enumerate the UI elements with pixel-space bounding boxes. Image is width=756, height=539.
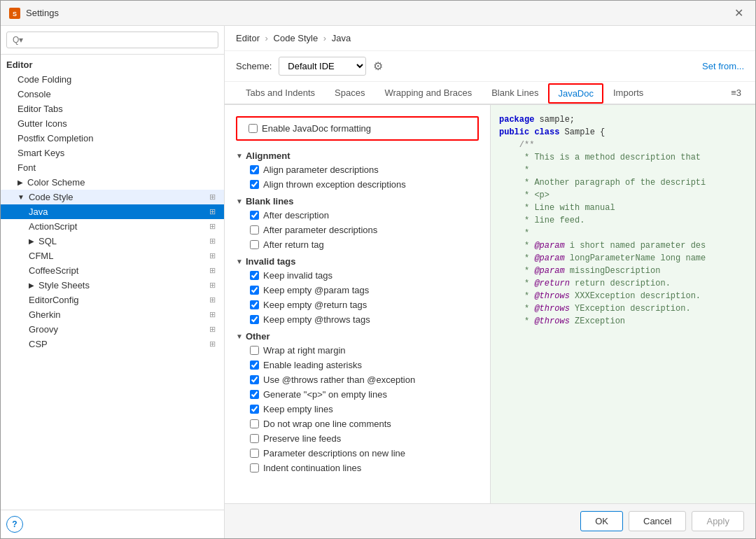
- after-return-label[interactable]: After return tag: [263, 239, 324, 250]
- ok-button[interactable]: OK: [580, 511, 623, 531]
- align-throws-label[interactable]: Align thrown exception descriptions: [263, 179, 406, 190]
- cancel-button[interactable]: Cancel: [629, 511, 686, 531]
- app-icon: S: [9, 8, 20, 19]
- no-wrap-one-line-checkbox[interactable]: [250, 419, 259, 428]
- color-scheme-label: Color Scheme: [27, 177, 85, 188]
- preview-line-18: * @throws ZException: [499, 315, 747, 328]
- gear-icon[interactable]: ⚙: [373, 59, 383, 73]
- indent-cont-label[interactable]: Indent continuation lines: [263, 463, 361, 473]
- editor-label: Editor: [6, 59, 33, 70]
- tab-spaces[interactable]: Spaces: [325, 82, 374, 105]
- tab-tabs-indents[interactable]: Tabs and Indents: [236, 82, 325, 105]
- close-button[interactable]: ✕: [730, 5, 747, 22]
- enable-asterisks-checkbox[interactable]: [250, 360, 259, 370]
- more-tabs[interactable]: ≡3: [728, 82, 744, 104]
- sidebar-item-editor-tabs[interactable]: Editor Tabs: [1, 102, 224, 116]
- use-throws-checkbox[interactable]: [250, 375, 259, 384]
- breadcrumb-sep1: ›: [265, 33, 271, 43]
- preview-line-9: * Line with manual: [499, 202, 747, 214]
- align-throws-checkbox[interactable]: [250, 180, 259, 189]
- help-button[interactable]: ?: [6, 516, 23, 533]
- generate-p-checkbox[interactable]: [250, 390, 259, 399]
- generate-p-label[interactable]: Generate "<p>" on empty lines: [263, 389, 387, 400]
- align-param-checkbox[interactable]: [250, 165, 259, 174]
- sidebar-item-csp[interactable]: CSP ⊞: [1, 337, 224, 351]
- breadcrumb-editor: Editor: [236, 33, 260, 43]
- after-param-label[interactable]: After parameter descriptions: [263, 225, 377, 235]
- sidebar: Editor Code Folding Console Editor Tabs …: [1, 26, 225, 538]
- keep-empty-return-label[interactable]: Keep empty @return tags: [263, 300, 367, 310]
- sidebar-item-console[interactable]: Console: [1, 87, 224, 102]
- sidebar-item-font[interactable]: Font: [1, 160, 224, 175]
- scheme-label: Scheme:: [236, 61, 272, 71]
- editorconfig-copy-icon: ⊞: [209, 295, 216, 304]
- sidebar-item-code-style[interactable]: ▼ Code Style ⊞: [1, 190, 224, 204]
- set-from-link[interactable]: Set from...: [702, 61, 744, 71]
- keep-empty-return-checkbox[interactable]: [250, 300, 259, 309]
- keep-empty-lines-label[interactable]: Keep empty lines: [263, 404, 333, 414]
- no-wrap-one-line-label[interactable]: Do not wrap one line comments: [263, 419, 391, 429]
- sidebar-item-editor[interactable]: Editor: [1, 57, 224, 72]
- tab-javadoc[interactable]: JavaDoc: [548, 83, 603, 104]
- align-param-label[interactable]: Align parameter descriptions: [263, 164, 379, 175]
- other-label: Other: [246, 331, 270, 342]
- after-param-checkbox[interactable]: [250, 225, 259, 234]
- keep-empty-param-checkbox[interactable]: [250, 286, 259, 295]
- scheme-select[interactable]: Default IDE: [279, 57, 366, 76]
- preview-line-7: * Another paragraph of the descripti: [499, 176, 747, 189]
- sidebar-item-groovy[interactable]: Groovy ⊞: [1, 322, 224, 337]
- keep-empty-throws-checkbox[interactable]: [250, 315, 259, 324]
- sidebar-item-postfix[interactable]: Postfix Completion: [1, 131, 224, 146]
- sidebar-item-gherkin[interactable]: Gherkin ⊞: [1, 307, 224, 322]
- sidebar-item-cfml[interactable]: CFML ⊞: [1, 248, 224, 263]
- wrap-right-label[interactable]: Wrap at right margin: [263, 345, 346, 356]
- enable-javadoc-checkbox[interactable]: [248, 124, 258, 133]
- apply-button[interactable]: Apply: [692, 511, 744, 531]
- sidebar-item-color-scheme[interactable]: ▶ Color Scheme: [1, 175, 224, 190]
- after-desc-checkbox[interactable]: [250, 211, 259, 220]
- enable-javadoc-label[interactable]: Enable JavaDoc formatting: [262, 123, 371, 134]
- preview-line-5: * This is a method description that: [499, 151, 747, 164]
- keep-empty-throws-label[interactable]: Keep empty @throws tags: [263, 314, 370, 325]
- preserve-feeds-label[interactable]: Preserve line feeds: [263, 433, 341, 444]
- sidebar-item-gutter-icons[interactable]: Gutter Icons: [1, 116, 224, 131]
- preview-line-10: * line feed.: [499, 214, 747, 227]
- tab-wrapping[interactable]: Wrapping and Braces: [374, 82, 482, 105]
- align-throws-item: Align thrown exception descriptions: [225, 177, 490, 192]
- invalid-tags-label: Invalid tags: [246, 256, 296, 267]
- param-new-line-label[interactable]: Parameter descriptions on new line: [263, 448, 405, 458]
- sidebar-item-smart-keys[interactable]: Smart Keys: [1, 146, 224, 160]
- java-copy-icon: ⊞: [209, 207, 216, 216]
- preview-line-16: * @throws XXXException description.: [499, 290, 747, 302]
- svg-text:S: S: [13, 10, 17, 18]
- tab-blank-lines[interactable]: Blank Lines: [482, 82, 548, 105]
- indent-cont-checkbox[interactable]: [250, 463, 259, 472]
- after-return-checkbox[interactable]: [250, 240, 259, 249]
- preserve-feeds-checkbox[interactable]: [250, 434, 259, 443]
- gherkin-label: Gherkin: [29, 309, 61, 320]
- settings-window: S Settings ✕ Editor Code Folding Console: [0, 0, 756, 539]
- sidebar-item-editorconfig[interactable]: EditorConfig ⊞: [1, 293, 224, 307]
- breadcrumb-java: Java: [332, 33, 351, 43]
- sidebar-item-code-folding[interactable]: Code Folding: [1, 72, 224, 87]
- keep-empty-param-label[interactable]: Keep empty @param tags: [263, 285, 369, 295]
- after-desc-label[interactable]: After description: [263, 210, 329, 220]
- param-new-line-checkbox[interactable]: [250, 449, 259, 458]
- sidebar-item-style-sheets[interactable]: ▶ Style Sheets ⊞: [1, 278, 224, 293]
- title-bar: S Settings ✕: [1, 1, 755, 26]
- preview-line-12: * @param i short named parameter des: [499, 239, 747, 252]
- keep-empty-lines-checkbox[interactable]: [250, 405, 259, 414]
- sidebar-item-coffeescript[interactable]: CoffeeScript ⊞: [1, 263, 224, 278]
- sidebar-item-java[interactable]: Java ⊞: [1, 204, 224, 219]
- keep-invalid-label[interactable]: Keep invalid tags: [263, 270, 332, 281]
- sidebar-item-actionscript[interactable]: ActionScript ⊞: [1, 219, 224, 234]
- blank-lines-label: Blank lines: [246, 196, 294, 206]
- enable-asterisks-label[interactable]: Enable leading asterisks: [263, 360, 362, 370]
- use-throws-label[interactable]: Use @throws rather than @exception: [263, 374, 415, 385]
- tab-imports[interactable]: Imports: [603, 82, 653, 105]
- sidebar-item-sql[interactable]: ▶ SQL ⊞: [1, 234, 224, 248]
- keep-invalid-checkbox[interactable]: [250, 271, 259, 280]
- wrap-right-checkbox[interactable]: [250, 346, 259, 355]
- keep-empty-throws-item: Keep empty @throws tags: [225, 312, 490, 327]
- search-input[interactable]: [6, 31, 218, 48]
